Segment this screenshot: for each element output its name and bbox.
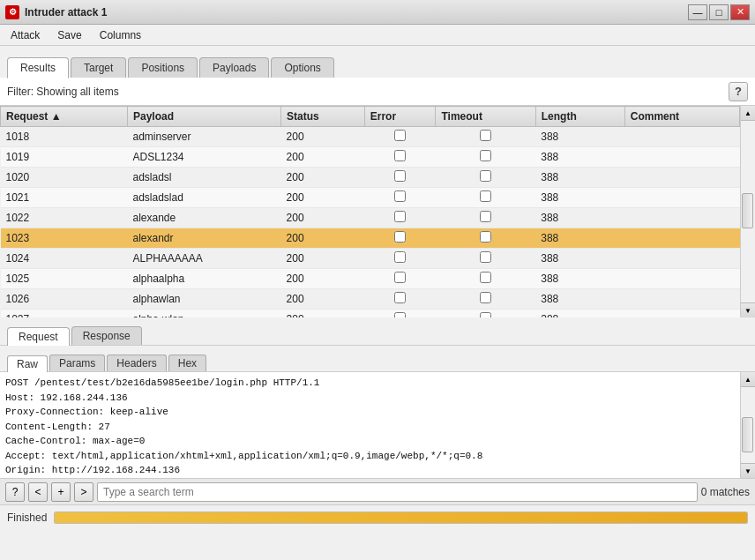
error-checkbox[interactable]: [394, 130, 406, 141]
menu-bar: Attack Save Columns: [0, 25, 755, 46]
menu-columns[interactable]: Columns: [93, 27, 148, 43]
table-row[interactable]: 1027alpha-wlan200388: [1, 310, 740, 318]
menu-attack[interactable]: Attack: [4, 27, 47, 43]
table-row[interactable]: 1023alexandr200388: [1, 228, 740, 249]
tab-positions[interactable]: Positions: [128, 57, 198, 78]
timeout-checkbox[interactable]: [480, 251, 491, 263]
maximize-button[interactable]: □: [709, 4, 729, 20]
timeout-checkbox[interactable]: [480, 170, 491, 182]
col-payload[interactable]: Payload: [127, 107, 280, 127]
col-length[interactable]: Length: [535, 107, 624, 127]
timeout-checkbox[interactable]: [480, 150, 491, 161]
tab-options[interactable]: Options: [271, 57, 333, 78]
table-row[interactable]: 1021adsladslad200388: [1, 188, 740, 208]
search-next-button[interactable]: >: [74, 482, 93, 502]
timeout-checkbox[interactable]: [480, 231, 491, 243]
error-checkbox[interactable]: [394, 190, 406, 202]
tab-bar: Results Target Positions Payloads Option…: [0, 46, 755, 78]
table-row[interactable]: 1026alphawlan200388: [1, 289, 740, 310]
request-wrapper: POST /pentest/test/b2e16da5985ee1be/logi…: [0, 372, 755, 478]
sub-tab-request[interactable]: Request: [7, 327, 70, 346]
progress-fill: [55, 512, 747, 523]
results-table: Request ▲ Payload Status Error Timeout L…: [0, 106, 740, 317]
request-line: Proxy-Connection: keep-alive: [5, 405, 735, 420]
error-checkbox[interactable]: [394, 170, 406, 182]
request-line: Cache-Control: max-age=0: [5, 434, 735, 449]
error-checkbox[interactable]: [394, 292, 406, 303]
error-checkbox[interactable]: [394, 211, 406, 222]
timeout-checkbox[interactable]: [480, 190, 491, 202]
error-checkbox[interactable]: [394, 231, 406, 243]
filter-text: Filter: Showing all items: [7, 86, 119, 98]
request-line: Accept: text/html,application/xhtml+xml,…: [5, 449, 735, 464]
request-line: Content-Length: 27: [5, 420, 735, 435]
timeout-checkbox[interactable]: [480, 211, 491, 222]
sub-tab-bar: Request Response: [0, 317, 755, 346]
app-icon: ⚙: [5, 5, 19, 19]
inner-tab-hex[interactable]: Hex: [168, 355, 206, 371]
progress-bar: [54, 511, 748, 524]
status-text: Finished: [7, 511, 47, 524]
inner-tab-raw[interactable]: Raw: [7, 355, 48, 372]
table-row[interactable]: 1018adminserver200388: [1, 127, 740, 147]
timeout-checkbox[interactable]: [480, 272, 491, 283]
table-row[interactable]: 1025alphaalpha200388: [1, 269, 740, 289]
req-scroll-thumb[interactable]: [742, 417, 753, 452]
col-timeout[interactable]: Timeout: [436, 107, 535, 127]
col-request[interactable]: Request ▲: [1, 107, 128, 127]
filter-help-button[interactable]: ?: [729, 82, 748, 101]
search-plus-button[interactable]: +: [51, 482, 71, 502]
error-checkbox[interactable]: [394, 272, 406, 283]
search-prev-button[interactable]: <: [28, 482, 48, 502]
tab-results[interactable]: Results: [7, 57, 69, 78]
req-scroll-up[interactable]: ▲: [741, 372, 755, 387]
inner-tab-params[interactable]: Params: [49, 355, 105, 371]
table-row[interactable]: 1020adsladsl200388: [1, 168, 740, 188]
scroll-up-arrow[interactable]: ▲: [741, 106, 755, 121]
timeout-checkbox[interactable]: [480, 292, 491, 303]
col-status[interactable]: Status: [281, 107, 365, 127]
request-line: POST /pentest/test/b2e16da5985ee1be/logi…: [5, 376, 735, 391]
request-line: Origin: http://192.168.244.136: [5, 463, 735, 478]
matches-text: 0 matches: [701, 486, 750, 498]
request-line: Upgrade-Insecure-Requests: 1: [5, 478, 735, 479]
timeout-checkbox[interactable]: [480, 312, 491, 317]
scroll-thumb[interactable]: [742, 193, 753, 228]
tab-payloads[interactable]: Payloads: [199, 57, 269, 78]
timeout-checkbox[interactable]: [480, 130, 491, 141]
req-scroll-down[interactable]: ▼: [741, 463, 755, 478]
menu-save[interactable]: Save: [50, 27, 88, 43]
col-comment[interactable]: Comment: [624, 107, 739, 127]
table-row[interactable]: 1022alexande200388: [1, 208, 740, 228]
inner-tab-bar: Raw Params Headers Hex: [0, 346, 755, 372]
window-title: Intruder attack 1: [25, 6, 107, 19]
search-input[interactable]: [97, 482, 698, 502]
table-row[interactable]: 1019ADSL1234200388: [1, 147, 740, 168]
search-help-button[interactable]: ?: [5, 482, 25, 502]
close-button[interactable]: ✕: [730, 4, 750, 20]
title-bar: ⚙ Intruder attack 1 — □ ✕: [0, 0, 755, 25]
results-scrollbar[interactable]: ▲ ▼: [740, 106, 755, 317]
minimize-button[interactable]: —: [688, 4, 707, 20]
filter-bar: Filter: Showing all items ?: [0, 78, 755, 106]
sub-tab-response[interactable]: Response: [71, 326, 142, 345]
status-bar: Finished: [0, 504, 755, 529]
request-line: Host: 192.168.244.136: [5, 391, 735, 406]
inner-tab-headers[interactable]: Headers: [107, 355, 166, 371]
search-bar: ? < + > 0 matches: [0, 478, 755, 504]
error-checkbox[interactable]: [394, 312, 406, 317]
col-error[interactable]: Error: [364, 107, 436, 127]
request-content: POST /pentest/test/b2e16da5985ee1be/logi…: [0, 372, 740, 478]
error-checkbox[interactable]: [394, 150, 406, 161]
error-checkbox[interactable]: [394, 251, 406, 263]
table-row[interactable]: 1024ALPHAAAAAA200388: [1, 249, 740, 269]
scroll-down-arrow[interactable]: ▼: [741, 302, 755, 317]
results-section: Request ▲ Payload Status Error Timeout L…: [0, 106, 755, 317]
tab-target[interactable]: Target: [71, 57, 126, 78]
request-scrollbar[interactable]: ▲ ▼: [740, 372, 755, 478]
